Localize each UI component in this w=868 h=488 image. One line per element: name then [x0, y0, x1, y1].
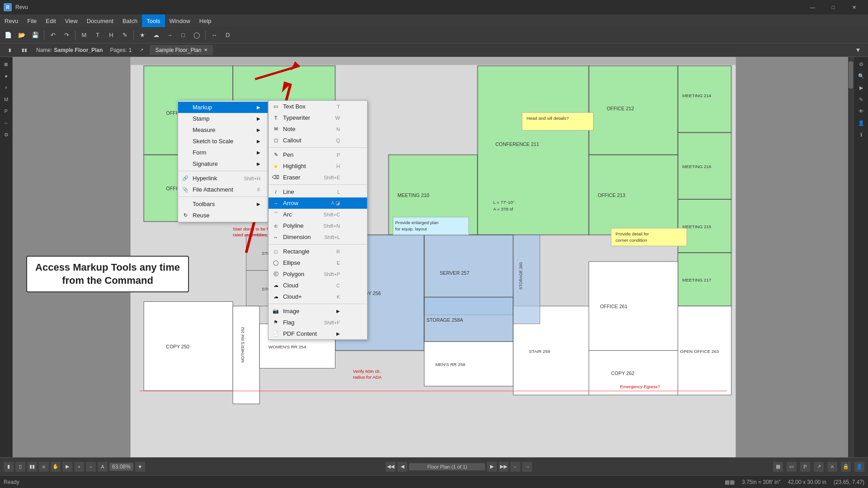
right-info[interactable]: ℹ [856, 129, 867, 140]
stamp-item[interactable]: Stamp ▶ [178, 113, 268, 124]
snap-hand[interactable]: ✋ [51, 462, 61, 472]
undo-button[interactable]: ↶ [47, 29, 59, 41]
open-button[interactable]: 📂 [15, 29, 28, 41]
panel-expand-button[interactable]: ▼ [852, 44, 864, 56]
select-tool[interactable]: ▶ [62, 462, 72, 472]
filter-button[interactable]: ⚔ [827, 462, 837, 472]
split-view[interactable]: ▭ [787, 462, 797, 472]
next-view[interactable]: → [522, 462, 532, 472]
vscroll-thumb[interactable] [849, 61, 853, 89]
note-item[interactable]: ✉ Note N [269, 123, 367, 135]
view-single[interactable]: ▮ [4, 462, 14, 472]
hyperlink-item[interactable]: 🔗 Hyperlink Shift+H [178, 173, 268, 184]
measure-item[interactable]: Measure ▶ [178, 124, 268, 136]
typewriter-item[interactable]: T Typewriter W [269, 112, 367, 123]
sketch-item[interactable]: Sketch to Scale ▶ [178, 136, 268, 147]
menu-edit[interactable]: Edit [41, 14, 60, 27]
measure-button[interactable]: ↔ [208, 29, 221, 41]
export-button2[interactable]: ↗ [814, 462, 824, 472]
prev-page[interactable]: ◀ [397, 462, 407, 472]
right-user[interactable]: 👤 [856, 117, 867, 128]
flag-item[interactable]: ⚑ Flag Shift+F [269, 317, 367, 328]
next-page[interactable]: ▶ [487, 462, 497, 472]
lock-button[interactable]: 🔒 [841, 462, 851, 472]
first-page[interactable]: ◀◀ [386, 462, 396, 472]
last-page[interactable]: ▶▶ [499, 462, 509, 472]
view-single-scroll[interactable]: ▯ [15, 462, 25, 472]
highlight-button[interactable]: H [105, 29, 118, 41]
eraser-item[interactable]: ⌫ Eraser Shift+E [269, 172, 367, 183]
zoom-in[interactable]: + [74, 462, 84, 472]
arrow-item[interactable]: → Arrow A ◪ [269, 197, 367, 209]
arrow-button[interactable]: → [163, 29, 176, 41]
right-view[interactable]: 👁 [856, 106, 867, 117]
menu-file[interactable]: File [23, 14, 41, 27]
grid-view[interactable]: ▦ [773, 462, 783, 472]
menu-document[interactable]: Document [82, 14, 118, 27]
minimize-button[interactable]: — [802, 0, 823, 14]
view-double[interactable]: ▮▮ [27, 462, 37, 472]
right-settings[interactable]: ⚙ [856, 59, 867, 70]
redo-button[interactable]: ↷ [60, 29, 73, 41]
close-button[interactable]: ✕ [844, 0, 864, 14]
file-attach-item[interactable]: 📎 File Attachment F [178, 184, 268, 195]
image-item[interactable]: 📷 Image ▶ [269, 305, 367, 317]
export-button[interactable]: ↗ [135, 44, 148, 56]
zoom-out[interactable]: − [86, 462, 96, 472]
ellipse-button[interactable]: ◯ [190, 29, 203, 41]
rectangle-item[interactable]: □ Rectangle R [269, 246, 367, 257]
menu-tools[interactable]: Tools [142, 14, 165, 27]
markup-menu-item[interactable]: Markup ▶ [178, 102, 268, 113]
stamp-button[interactable]: ★ [136, 29, 149, 41]
sidebar-bookmarks[interactable]: ● [1, 70, 12, 81]
toolbars-item[interactable]: Toolbars ▶ [178, 198, 268, 210]
markup-item[interactable]: Markup ▶ [178, 102, 268, 113]
cloudplus-item[interactable]: ☁ Cloud+ K [269, 291, 367, 302]
signature-item[interactable]: Signature ▶ [178, 158, 268, 169]
text-button[interactable]: T [91, 29, 104, 41]
dimension-button[interactable]: D [222, 29, 234, 41]
markup-button[interactable]: M [78, 29, 90, 41]
sidebar-properties[interactable]: P [1, 106, 12, 117]
view-continuous[interactable]: ≡ [39, 462, 49, 472]
textbox-item[interactable]: ▭ Text Box T [269, 101, 367, 112]
user-button[interactable]: 👤 [854, 462, 864, 472]
highlight-item[interactable]: ■ Highlight H [269, 160, 367, 172]
pdfcontent-item[interactable]: 📄 PDF Content ▶ [269, 328, 367, 339]
page-view-single[interactable]: ▮ [4, 44, 16, 56]
prev-view[interactable]: ← [510, 462, 520, 472]
pen-item[interactable]: ✎ Pen P [269, 149, 367, 160]
sidebar-thumbnails[interactable]: ▦ [1, 59, 12, 70]
sidebar-markups[interactable]: M [1, 94, 12, 105]
zoom-level[interactable]: 63.08% [109, 463, 133, 471]
right-compare[interactable]: ▶ [856, 82, 867, 93]
menu-window[interactable]: Window [165, 14, 195, 27]
properties-panel[interactable]: P [800, 462, 810, 472]
polyline-item[interactable]: ⎋ Polyline Shift+N [269, 220, 367, 231]
menu-view[interactable]: View [61, 14, 82, 27]
callout-item[interactable]: ◻ Callout Q [269, 135, 367, 146]
right-pen[interactable]: ✎ [856, 94, 867, 105]
rectangle-button[interactable]: □ [177, 29, 189, 41]
maximize-button[interactable]: □ [823, 0, 844, 14]
close-tab-button[interactable]: ✕ [204, 47, 208, 52]
right-search[interactable]: 🔍 [856, 70, 867, 81]
zoom-dropdown[interactable]: ▼ [135, 462, 145, 472]
new-button[interactable]: 📄 [2, 29, 14, 41]
ellipse-item[interactable]: ◯ Ellipse E [269, 257, 367, 268]
cloud-button[interactable]: ☁ [150, 29, 162, 41]
polygon-item[interactable]: Ⓒ Polygon Shift+P [269, 268, 367, 280]
cloud-item[interactable]: ☁ Cloud C [269, 280, 367, 291]
dimension-item[interactable]: ↔ Dimension Shift+L [269, 231, 367, 243]
line-item[interactable]: / Line L [269, 186, 367, 197]
text-select[interactable]: A [98, 462, 108, 472]
save-button[interactable]: 💾 [29, 29, 42, 41]
sidebar-tool-chest[interactable]: ⚙ [1, 129, 12, 140]
menu-help[interactable]: Help [195, 14, 216, 27]
menu-batch[interactable]: Batch [118, 14, 142, 27]
arc-item[interactable]: ⌒ Arc Shift+C [269, 209, 367, 220]
page-view-double[interactable]: ▮▮ [18, 44, 31, 56]
reuse-item[interactable]: ↻ Reuse [178, 210, 268, 221]
sidebar-measure[interactable]: ↔ [1, 117, 12, 128]
vscrollbar[interactable] [848, 57, 854, 457]
